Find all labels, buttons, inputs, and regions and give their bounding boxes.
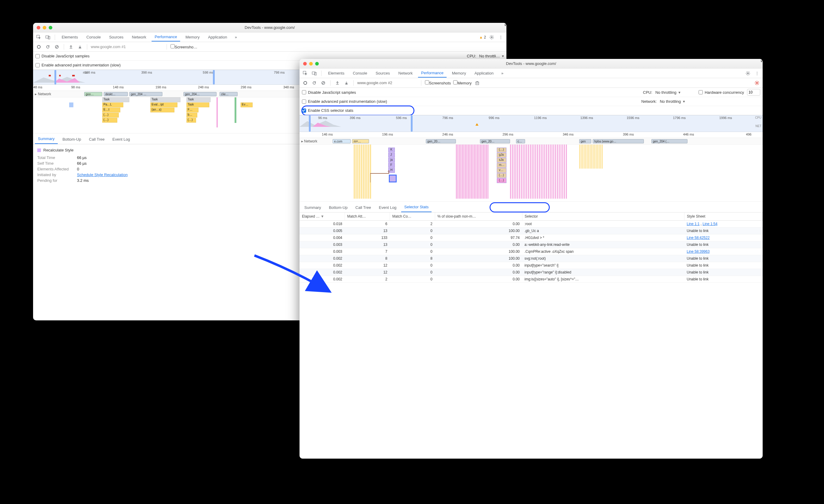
style-sheet-link[interactable]: Line 58:39963 [687, 249, 710, 254]
zoom-button[interactable] [49, 26, 52, 29]
enable-css-selector-stats-checkbox[interactable]: Enable CSS selector stats [302, 108, 353, 113]
more-tabs-icon[interactable]: » [499, 70, 506, 77]
tab-elements[interactable]: Elements [325, 69, 347, 77]
kebab-menu-icon[interactable]: ⋮ [497, 34, 504, 40]
tab-application[interactable]: Application [472, 69, 497, 77]
overview-handle-right[interactable] [411, 115, 413, 132]
zoom-button[interactable] [315, 62, 319, 66]
selector-stats-table[interactable]: Elapsed … ▼ Match Att… Match Co… % of sl… [300, 213, 763, 283]
inspect-icon[interactable] [302, 70, 309, 77]
upload-icon[interactable] [334, 80, 341, 86]
disable-js-checkbox[interactable]: Disable JavaScript samples [35, 54, 90, 58]
summary-tab[interactable]: Summary [301, 203, 324, 212]
tab-network[interactable]: Network [396, 69, 416, 77]
advanced-paint-checkbox[interactable]: Enable advanced paint instrumentation (s… [302, 99, 387, 104]
settings-icon[interactable] [745, 70, 751, 77]
col-attempts[interactable]: Match Att… [345, 213, 390, 221]
style-sheet-link[interactable]: Line 1:54 [703, 222, 717, 226]
download-icon[interactable] [343, 80, 350, 86]
col-count[interactable]: Match Co… [390, 213, 435, 221]
style-sheet-link[interactable]: Line 58:42522 [687, 236, 710, 240]
bottomup-tab[interactable]: Bottom-Up [60, 135, 84, 144]
summary-tab[interactable]: Summary [35, 134, 58, 144]
tab-memory[interactable]: Memory [183, 33, 203, 41]
garbage-collect-icon[interactable] [474, 80, 481, 86]
stats-row[interactable]: 0.004133097.74.HG1dvd > *Line 58:42522 [300, 234, 763, 241]
memory-checkbox[interactable]: Memory [453, 80, 472, 85]
tab-network[interactable]: Network [129, 33, 149, 41]
selector-stats-tab[interactable]: Selector Stats [401, 202, 431, 212]
tab-application[interactable]: Application [205, 33, 230, 41]
download-icon[interactable] [77, 43, 83, 50]
flame-stack[interactable]: K J ja F H [388, 148, 395, 173]
minimize-button[interactable] [43, 26, 46, 29]
hw-concurrency-input[interactable] [747, 89, 760, 96]
advanced-paint-checkbox[interactable]: Enable advanced paint instrumentation (s… [35, 63, 121, 67]
elapsed-cell: 0.003 [300, 248, 345, 255]
stats-row[interactable]: 0.0021200.00input[type="search" i]Unable… [300, 262, 763, 269]
network-track[interactable]: ▸ Network e.com m=… gen_20… gen_20… c… g… [300, 138, 763, 145]
overview-handle-right[interactable] [213, 70, 215, 85]
timeline-overview[interactable]: 96 ms 396 ms 596 ms 796 ms 996 ms 1196 m… [300, 115, 763, 132]
style-sheet-link[interactable]: Line 1:1 [687, 222, 700, 226]
kebab-menu-icon[interactable]: ⋮ [754, 70, 760, 77]
close-button[interactable] [303, 62, 307, 66]
flame-stack-right[interactable]: (…) gJa sJa m… v… (…) (…) [497, 148, 506, 183]
stats-row[interactable]: 0.002200.00img:is([sizes="auto" i], [siz… [300, 276, 763, 283]
cpu-throttle-select[interactable]: No throttling [655, 90, 681, 95]
calltree-tab[interactable]: Call Tree [86, 135, 108, 144]
screenshots-checkbox[interactable]: Screenshots [425, 80, 451, 85]
tab-performance[interactable]: Performance [418, 69, 446, 78]
close-button[interactable] [37, 26, 40, 29]
settings-icon[interactable] [488, 34, 495, 40]
perf-settings-row2: Enable advanced paint instrumentation (s… [300, 97, 763, 106]
reload-icon[interactable] [44, 43, 51, 50]
tab-performance[interactable]: Performance [151, 33, 180, 41]
tab-console[interactable]: Console [350, 69, 370, 77]
eventlog-tab[interactable]: Event Log [109, 135, 133, 144]
col-elapsed[interactable]: Elapsed … ▼ [300, 213, 345, 221]
clear-icon[interactable] [54, 43, 60, 50]
stats-row[interactable]: 0.0021200.00input[type="range" i]:disabl… [300, 269, 763, 276]
eventlog-tab[interactable]: Event Log [376, 203, 400, 212]
tab-sources[interactable]: Sources [106, 33, 127, 41]
screenshots-checkbox[interactable]: Screensho… [171, 44, 197, 49]
flame-chart[interactable]: K J ja F H (…) gJa sJa m… v… (…) (…) [300, 145, 763, 202]
initiated-by-link[interactable]: Schedule Style Recalculation [77, 172, 127, 177]
recording-selector[interactable]: www.google.com #1 [91, 44, 163, 49]
col-sheet[interactable]: Style Sheet [685, 213, 763, 221]
calltree-tab[interactable]: Call Tree [352, 203, 374, 212]
tab-console[interactable]: Console [83, 33, 104, 41]
overview-handle-left[interactable] [55, 70, 56, 85]
stats-row[interactable]: 0.00288100.00svg:not(:root)Unable to lin… [300, 255, 763, 262]
tab-elements[interactable]: Elements [59, 33, 81, 41]
time-ruler[interactable]: 146 ms 196 ms 246 ms 296 ms 346 ms 396 m… [300, 132, 763, 138]
upload-icon[interactable] [68, 43, 74, 50]
cpu-throttle-select[interactable]: No throttli… [479, 54, 504, 58]
reload-icon[interactable] [311, 80, 318, 86]
minimize-button[interactable] [309, 62, 313, 66]
stats-row[interactable]: 0.018620.00:rootLine 1:1 , Line 1:54 [300, 221, 763, 228]
record-icon[interactable] [35, 43, 42, 50]
stats-row[interactable]: 0.0031300.00a:-webkit-any-link:read-writ… [300, 241, 763, 248]
tab-sources[interactable]: Sources [373, 69, 393, 77]
overview-handle-left[interactable] [309, 115, 311, 132]
stats-row[interactable]: 0.005130100.00.gb_Uc aUnable to link [300, 228, 763, 234]
network-throttle-select[interactable]: No throttling [660, 99, 685, 104]
hw-concurrency-checkbox[interactable]: Hardware concurrency [699, 90, 744, 95]
device-mode-icon[interactable] [44, 34, 51, 40]
record-icon[interactable] [302, 80, 309, 86]
more-tabs-icon[interactable]: » [232, 34, 239, 40]
recording-selector[interactable]: www.google.com #2 [357, 81, 417, 85]
bottomup-tab[interactable]: Bottom-Up [326, 203, 351, 212]
settings-gear-icon[interactable] [754, 80, 760, 86]
device-mode-icon[interactable] [311, 70, 318, 77]
stats-row[interactable]: 0.00370100.00.CqmPRe:active .oXqZxc span… [300, 248, 763, 255]
tab-memory[interactable]: Memory [449, 69, 469, 77]
warning-badge[interactable]: ▲2 [479, 35, 486, 39]
clear-icon[interactable] [320, 80, 327, 86]
inspect-icon[interactable] [35, 34, 42, 40]
col-slow[interactable]: % of slow-path non-m… [435, 213, 522, 221]
col-selector[interactable]: Selector [522, 213, 685, 221]
disable-js-checkbox[interactable]: Disable JavaScript samples [302, 90, 356, 95]
